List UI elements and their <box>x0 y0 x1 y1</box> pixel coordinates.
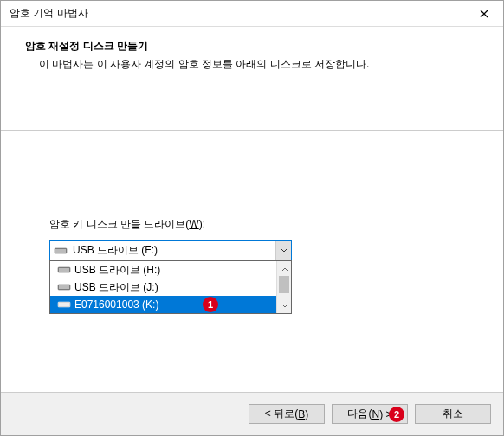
drive-combobox[interactable]: USB 드라이브 (F:) USB 드라이브 (H:) USB 드라이브 (J:… <box>49 240 292 260</box>
page-title: 암호 재설정 디스크 만들기 <box>25 39 479 54</box>
scrollbar[interactable] <box>276 261 291 313</box>
usb-drive-icon <box>57 299 74 310</box>
svg-rect-3 <box>59 268 69 272</box>
chevron-down-icon[interactable] <box>275 241 291 260</box>
usb-drive-icon <box>54 246 71 256</box>
option-label: E0716001003 (K:) <box>74 298 158 311</box>
svg-rect-1 <box>55 249 66 253</box>
usb-drive-icon <box>57 265 74 275</box>
option-label: USB 드라이브 (J:) <box>74 280 158 295</box>
annotation-badge-2: 2 <box>389 407 404 422</box>
usb-drive-icon <box>57 282 74 292</box>
back-post: ) <box>305 408 308 420</box>
next-pre: 다음( <box>347 407 372 421</box>
svg-rect-5 <box>59 285 69 289</box>
scroll-thumb[interactable] <box>279 276 289 293</box>
close-icon <box>480 10 488 18</box>
drive-field-label: 암호 키 디스크 만들 드라이브(W): <box>49 217 455 232</box>
window-title: 암호 기억 마법사 <box>10 6 88 21</box>
label-pre: 암호 키 디스크 만들 드라이브( <box>49 218 189 230</box>
close-button[interactable] <box>464 1 503 27</box>
back-pre: < 뒤로( <box>265 407 298 421</box>
svg-rect-7 <box>59 303 69 306</box>
combobox-selected-text: USB 드라이브 (F:) <box>71 243 275 258</box>
content-section: 암호 키 디스크 만들 드라이브(W): USB 드라이브 (F:) USB 드… <box>1 131 503 392</box>
page-description: 이 마법사는 이 사용자 계정의 암호 정보를 아래의 디스크로 저장합니다. <box>25 57 479 72</box>
next-button[interactable]: 다음(N) > 2 <box>332 404 408 424</box>
titlebar: 암호 기억 마법사 <box>1 1 503 27</box>
annotation-badge-1: 1 <box>203 297 218 312</box>
button-bar: < 뒤로(B) 다음(N) > 2 취소 <box>1 392 503 435</box>
dropdown-option-selected[interactable]: E0716001003 (K:) 1 <box>50 296 291 313</box>
next-accel: N <box>372 408 379 420</box>
scroll-down-icon[interactable] <box>277 298 292 313</box>
dropdown-option[interactable]: USB 드라이브 (H:) <box>50 261 291 279</box>
option-label: USB 드라이브 (H:) <box>74 263 160 278</box>
label-post: ): <box>199 218 205 230</box>
back-accel: B <box>298 408 305 420</box>
cancel-label: 취소 <box>443 407 463 421</box>
dropdown-option[interactable]: USB 드라이브 (J:) <box>50 279 291 296</box>
wizard-window: 암호 기억 마법사 암호 재설정 디스크 만들기 이 마법사는 이 사용자 계정… <box>0 0 504 436</box>
header-section: 암호 재설정 디스크 만들기 이 마법사는 이 사용자 계정의 암호 정보를 아… <box>1 27 503 131</box>
dropdown-list: USB 드라이브 (H:) USB 드라이브 (J:) E0716001003 … <box>49 260 292 314</box>
cancel-button[interactable]: 취소 <box>415 404 491 424</box>
scroll-up-icon[interactable] <box>277 261 292 276</box>
label-accel: W <box>189 218 198 230</box>
back-button[interactable]: < 뒤로(B) <box>249 404 325 424</box>
